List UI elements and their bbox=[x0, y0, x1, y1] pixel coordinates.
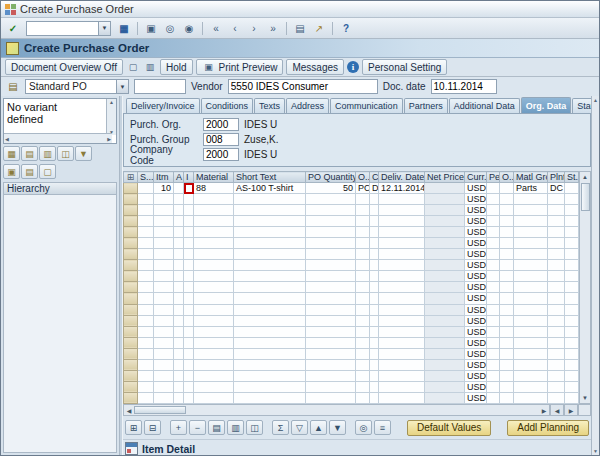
grid-cell[interactable]: USD bbox=[465, 326, 487, 337]
grid-cell[interactable] bbox=[234, 282, 306, 293]
grid-cell[interactable] bbox=[565, 370, 579, 381]
grid-cell[interactable] bbox=[154, 227, 174, 238]
grid-cell[interactable] bbox=[174, 227, 184, 238]
grid-cell[interactable] bbox=[425, 183, 465, 194]
grid-cell[interactable] bbox=[174, 359, 184, 370]
grid-cell[interactable] bbox=[487, 216, 500, 227]
grid-cell[interactable] bbox=[379, 381, 425, 392]
grid-cell[interactable] bbox=[138, 271, 154, 282]
grid-cell[interactable]: USD bbox=[465, 293, 487, 304]
grid-cell[interactable]: USD bbox=[465, 392, 487, 403]
grid-cell[interactable] bbox=[356, 227, 370, 238]
grid-cell[interactable] bbox=[138, 348, 154, 359]
grid-cell[interactable] bbox=[234, 326, 306, 337]
grid-cell[interactable] bbox=[425, 249, 465, 260]
grid-cell[interactable] bbox=[487, 282, 500, 293]
grid-cell[interactable] bbox=[194, 370, 234, 381]
grid-cell[interactable] bbox=[514, 282, 548, 293]
grid-cell[interactable] bbox=[379, 282, 425, 293]
personal-setting-button[interactable]: Personal Setting bbox=[362, 59, 447, 75]
row-select-cell[interactable] bbox=[124, 315, 138, 326]
grid-cell[interactable] bbox=[548, 304, 565, 315]
grid-cell[interactable] bbox=[514, 348, 548, 359]
grid-cell[interactable] bbox=[356, 216, 370, 227]
grid-cell[interactable] bbox=[425, 293, 465, 304]
grid-cell[interactable] bbox=[379, 337, 425, 348]
grid-cell[interactable] bbox=[306, 293, 356, 304]
grid-cell[interactable] bbox=[370, 194, 379, 205]
grid-cell[interactable] bbox=[184, 315, 194, 326]
grid-cell[interactable] bbox=[174, 392, 184, 403]
command-field[interactable] bbox=[26, 21, 98, 36]
grid-cell[interactable] bbox=[500, 216, 514, 227]
grid-cell[interactable] bbox=[487, 293, 500, 304]
grid-cell[interactable] bbox=[194, 282, 234, 293]
tab-conditions[interactable]: Conditions bbox=[201, 98, 254, 113]
grid-cell[interactable] bbox=[425, 326, 465, 337]
row-select-cell[interactable] bbox=[124, 260, 138, 271]
grid-cell[interactable] bbox=[154, 304, 174, 315]
tab-status[interactable]: Status bbox=[572, 98, 591, 113]
sort-ascending-button[interactable]: ▲ bbox=[310, 420, 327, 435]
tab-additional-data[interactable]: Additional Data bbox=[449, 98, 520, 113]
grid-cell[interactable]: USD bbox=[465, 194, 487, 205]
vertical-scrollbar-thumb[interactable] bbox=[581, 183, 590, 211]
grid-cell[interactable] bbox=[356, 194, 370, 205]
grid-cell[interactable] bbox=[306, 271, 356, 282]
grid-cell[interactable]: 88 bbox=[194, 183, 234, 194]
grid-cell[interactable] bbox=[154, 326, 174, 337]
column-header[interactable]: St... bbox=[565, 172, 579, 183]
grid-cell[interactable] bbox=[174, 271, 184, 282]
save-button[interactable]: ▦ bbox=[115, 20, 133, 37]
grid-cell[interactable] bbox=[138, 249, 154, 260]
grid-cell[interactable] bbox=[194, 293, 234, 304]
grid-cell[interactable] bbox=[174, 282, 184, 293]
grid-cell[interactable] bbox=[194, 249, 234, 260]
tab-org-data[interactable]: Org. Data bbox=[521, 97, 572, 113]
grid-cell[interactable] bbox=[194, 337, 234, 348]
grid-cell[interactable] bbox=[370, 293, 379, 304]
grid-cell[interactable] bbox=[548, 326, 565, 337]
grid-cell[interactable] bbox=[234, 194, 306, 205]
grid-cell[interactable] bbox=[138, 370, 154, 381]
scroll-down-icon[interactable]: ▼ bbox=[593, 448, 598, 454]
grid-cell[interactable] bbox=[514, 249, 548, 260]
grid-cell[interactable] bbox=[154, 315, 174, 326]
grid-cell[interactable] bbox=[194, 227, 234, 238]
grid-cell[interactable] bbox=[370, 359, 379, 370]
create-document-button[interactable]: ▢ bbox=[126, 60, 140, 74]
grid-cell[interactable] bbox=[425, 348, 465, 359]
expand-item-detail-icon[interactable] bbox=[125, 442, 138, 455]
grid-cell[interactable] bbox=[379, 392, 425, 403]
grid-cell[interactable] bbox=[370, 381, 379, 392]
grid-cell[interactable]: USD bbox=[465, 381, 487, 392]
grid-cell[interactable] bbox=[370, 392, 379, 403]
grid-cell[interactable] bbox=[548, 370, 565, 381]
grid-cell[interactable] bbox=[487, 304, 500, 315]
grid-cell[interactable] bbox=[174, 183, 184, 194]
grid-cell[interactable] bbox=[500, 304, 514, 315]
tab-texts[interactable]: Texts bbox=[254, 98, 285, 113]
expand-all-button[interactable]: ◫ bbox=[57, 146, 74, 161]
select-all-button[interactable]: ⊞ bbox=[125, 420, 142, 435]
grid-cell[interactable] bbox=[500, 227, 514, 238]
grid-cell[interactable] bbox=[174, 205, 184, 216]
row-select-cell[interactable] bbox=[124, 304, 138, 315]
column-header[interactable]: Curr... bbox=[465, 172, 487, 183]
grid-cell[interactable]: Parts bbox=[514, 183, 548, 194]
grid-cell[interactable] bbox=[138, 326, 154, 337]
row-select-cell[interactable] bbox=[124, 183, 138, 194]
grid-cell[interactable] bbox=[138, 293, 154, 304]
grid-cell[interactable] bbox=[154, 392, 174, 403]
grid-cell[interactable] bbox=[500, 238, 514, 249]
variant-dropdown-button[interactable]: ▼ bbox=[75, 146, 92, 161]
grid-cell[interactable] bbox=[370, 315, 379, 326]
grid-cell[interactable] bbox=[500, 337, 514, 348]
grid-cell[interactable] bbox=[184, 348, 194, 359]
sum-button[interactable]: Σ bbox=[272, 420, 289, 435]
grid-cell[interactable] bbox=[379, 216, 425, 227]
grid-cell[interactable] bbox=[306, 304, 356, 315]
grid-cell[interactable]: USD bbox=[465, 260, 487, 271]
grid-cell[interactable] bbox=[356, 348, 370, 359]
grid-cell[interactable] bbox=[370, 271, 379, 282]
